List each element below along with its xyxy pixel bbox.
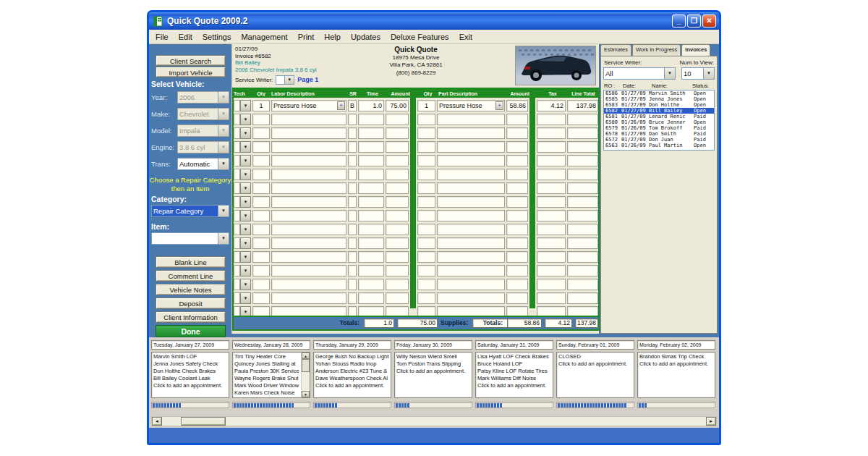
chevron-down-icon[interactable]: ▼ xyxy=(240,100,251,111)
invoice-list-row[interactable]: 658001/26/09Bruce JennerOpen xyxy=(604,119,714,125)
chevron-down-icon[interactable]: ▼ xyxy=(240,251,251,263)
labor-amount-cell[interactable] xyxy=(386,210,409,221)
appointment-entry[interactable]: Click to add an appointment. xyxy=(558,360,632,368)
tech-dropdown[interactable]: ▼ xyxy=(234,265,251,276)
labor-description-cell[interactable] xyxy=(271,210,346,221)
labor-qty-cell[interactable] xyxy=(252,210,270,221)
part-description-cell[interactable] xyxy=(437,265,505,276)
time-cell[interactable] xyxy=(358,237,384,249)
time-cell[interactable] xyxy=(358,251,384,263)
invoice-list-row[interactable]: 658301/27/09Don HoltheOpen xyxy=(604,102,714,108)
appointment-entry[interactable]: Mark Wood Driver Window xyxy=(234,382,308,389)
sr-cell[interactable] xyxy=(348,251,357,263)
sr-cell[interactable] xyxy=(348,279,357,290)
menu-item-file[interactable]: File xyxy=(150,32,174,42)
tax-cell[interactable] xyxy=(537,169,566,180)
tax-cell[interactable] xyxy=(537,279,566,290)
client-information-button[interactable]: Client Information xyxy=(156,311,226,323)
tax-cell[interactable] xyxy=(537,196,566,208)
labor-description-cell[interactable] xyxy=(271,196,346,208)
labor-amount-cell[interactable] xyxy=(386,279,409,290)
appointment-entry[interactable]: Yohan Stouss Radio Inop xyxy=(315,360,389,368)
appointment-entry[interactable]: Willy Nelson Wierd Smell xyxy=(396,353,470,360)
line-total-cell[interactable] xyxy=(567,141,598,153)
sr-cell[interactable] xyxy=(348,224,357,235)
day-appointments[interactable]: Marvin Smith LOFJenna Jones Safety Check… xyxy=(151,352,229,398)
invoice-list-row[interactable]: 656301/26/09Paul MartinOpen xyxy=(604,143,714,148)
part-description-cell[interactable] xyxy=(437,292,505,304)
tax-cell[interactable]: 4.12 xyxy=(537,100,566,111)
rp-service-writer-dropdown[interactable]: All ▼ xyxy=(603,67,676,80)
invoice-list-row[interactable]: 657801/27/09Dan SmithPaid xyxy=(604,131,714,137)
part-qty-cell[interactable] xyxy=(417,265,435,276)
scroll-down-button[interactable]: ▼ xyxy=(302,391,310,397)
invoice-list-row[interactable]: 658601/27/09Marvin SmithOpen xyxy=(604,90,714,96)
labor-qty-cell[interactable] xyxy=(252,279,270,290)
labor-qty-cell[interactable] xyxy=(252,265,270,276)
chevron-down-icon[interactable]: ▼ xyxy=(240,155,251,166)
labor-qty-cell[interactable] xyxy=(252,169,270,180)
part-description-cell[interactable] xyxy=(437,169,505,180)
line-total-cell[interactable] xyxy=(567,224,598,235)
labor-amount-cell[interactable] xyxy=(386,114,409,125)
time-cell[interactable] xyxy=(358,292,384,304)
part-amount-cell[interactable] xyxy=(506,114,528,125)
part-amount-cell[interactable] xyxy=(506,196,528,208)
line-total-cell[interactable] xyxy=(567,182,598,194)
tax-cell[interactable] xyxy=(537,251,566,263)
appointment-entry[interactable]: Dave Weatherspoon Check Al xyxy=(315,375,389,382)
category-dropdown[interactable]: Repair Category ▼ xyxy=(151,205,229,217)
vertical-scrollbar[interactable]: ▲▼ xyxy=(301,352,310,397)
tax-cell[interactable] xyxy=(537,224,566,235)
time-cell[interactable] xyxy=(358,279,384,290)
line-total-cell[interactable] xyxy=(567,237,598,249)
time-cell[interactable] xyxy=(358,182,384,194)
chevron-down-icon[interactable]: ▼ xyxy=(240,127,251,139)
sr-cell[interactable] xyxy=(348,210,357,221)
part-amount-cell[interactable] xyxy=(506,127,528,139)
add-part-button[interactable]: + xyxy=(495,101,503,110)
menu-item-exit[interactable]: Exit xyxy=(454,32,477,42)
labor-description-cell[interactable] xyxy=(271,155,346,166)
tax-cell[interactable] xyxy=(537,155,566,166)
time-cell[interactable] xyxy=(358,224,384,235)
time-cell[interactable] xyxy=(358,210,384,221)
appointment-entry[interactable]: Jenna Jones Safety Check xyxy=(153,360,227,368)
chevron-down-icon[interactable]: ▼ xyxy=(218,206,229,216)
tax-cell[interactable] xyxy=(537,182,566,194)
menu-item-management[interactable]: Management xyxy=(236,32,292,42)
scroll-left-button[interactable]: ◄ xyxy=(152,417,162,426)
appointment-entry[interactable]: Anderson Electric #23 Tune & xyxy=(315,368,389,375)
part-description-cell[interactable] xyxy=(437,114,505,125)
part-amount-cell[interactable] xyxy=(506,210,528,221)
labor-description-cell[interactable] xyxy=(271,141,346,153)
labor-description-cell[interactable] xyxy=(271,265,346,276)
done-button[interactable]: Done xyxy=(156,325,226,337)
appointment-entry[interactable]: George Bush No Backup Lights xyxy=(315,353,389,360)
time-cell[interactable] xyxy=(358,155,384,166)
tax-cell[interactable] xyxy=(537,237,566,249)
part-description-cell[interactable] xyxy=(437,279,505,290)
invoice-list-row[interactable]: 657901/26/09Tom BrokoffPaid xyxy=(604,125,714,131)
tech-dropdown[interactable]: ▼ xyxy=(234,292,251,304)
appointment-entry[interactable]: Mark Williams Diff Noise xyxy=(477,375,551,382)
part-amount-cell[interactable] xyxy=(506,155,528,166)
sr-cell[interactable] xyxy=(348,265,357,276)
line-total-cell[interactable] xyxy=(567,169,598,180)
part-amount-cell[interactable] xyxy=(506,292,528,304)
part-amount-cell[interactable] xyxy=(506,182,528,194)
appointment-entry[interactable]: Karen Mars Check Noise xyxy=(234,389,308,397)
appointment-entry[interactable]: Paula Preston 30K Service xyxy=(234,368,308,375)
part-description-cell[interactable] xyxy=(437,196,505,208)
appointment-entry[interactable]: Click to add an appointment. xyxy=(396,368,470,375)
part-description-cell[interactable] xyxy=(437,224,505,235)
menu-item-deluxe-features[interactable]: Deluxe Features xyxy=(386,32,454,42)
tech-dropdown[interactable]: ▼ xyxy=(234,182,251,194)
minimize-button[interactable]: _ xyxy=(672,14,686,28)
tech-dropdown[interactable]: ▼ xyxy=(234,224,251,235)
day-appointments[interactable]: Lisa Hyatt LOF Check BrakesBruce Holand … xyxy=(475,352,553,398)
tech-dropdown[interactable]: ▼ xyxy=(234,169,251,180)
line-total-cell[interactable]: 137.98 xyxy=(567,100,598,111)
labor-description-cell[interactable] xyxy=(271,251,346,263)
part-qty-cell[interactable] xyxy=(417,182,435,194)
